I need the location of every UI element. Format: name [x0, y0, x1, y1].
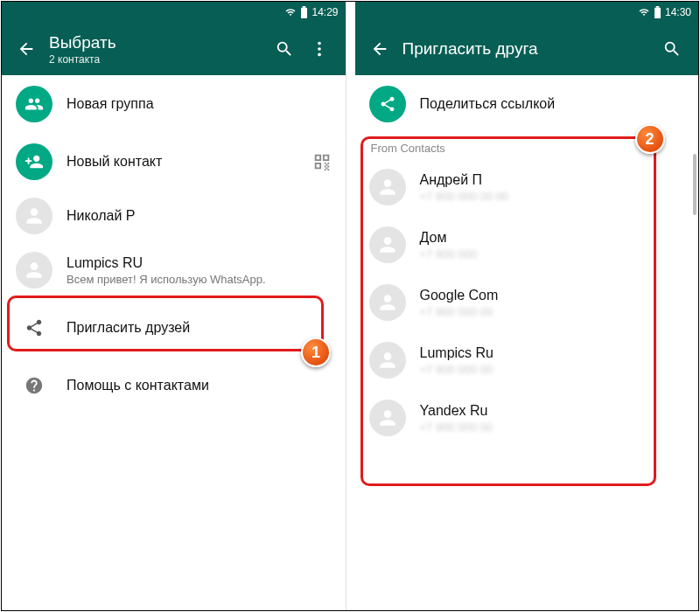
contact-name: Lumpics RU	[66, 255, 332, 271]
svg-point-3	[318, 47, 321, 51]
share-icon	[369, 86, 406, 122]
share-icon	[16, 309, 52, 346]
search-button[interactable]	[267, 39, 302, 59]
group-icon	[16, 86, 52, 122]
svg-point-2	[318, 42, 321, 45]
back-button[interactable]	[364, 39, 396, 59]
menu-button[interactable]	[302, 39, 337, 59]
appbar-title: Выбрать	[49, 33, 267, 52]
person-icon	[16, 198, 52, 234]
screen-invite-friend: 14:30 Пригласить друга Поделиться ссылко…	[355, 2, 699, 610]
battery-icon	[654, 6, 662, 18]
person-icon	[369, 169, 406, 205]
appbar-subtitle: 2 контакта	[49, 53, 267, 66]
svg-rect-6	[656, 6, 660, 8]
contact-row[interactable]: Дом+7 900 000	[355, 216, 699, 274]
invite-friends-row[interactable]: Пригласить друзей	[2, 299, 346, 357]
new-contact-row[interactable]: Новый контакт	[2, 133, 346, 191]
appbar: Выбрать 2 контакта	[2, 23, 346, 75]
appbar-title-block: Выбрать 2 контакта	[42, 33, 267, 66]
contact-phone: +7 900 000 00	[420, 305, 685, 318]
row-label: Новый контакт	[66, 154, 312, 170]
svg-point-4	[318, 53, 321, 57]
row-label: Поделиться ссылкой	[420, 96, 685, 112]
contact-name: Yandex Ru	[420, 403, 685, 419]
row-label: Новая группа	[66, 96, 332, 112]
person-icon	[369, 226, 406, 263]
contact-name: Google Com	[420, 288, 685, 303]
contact-phone: +7 900 000 00	[420, 421, 685, 434]
scrollbar[interactable]	[693, 154, 696, 215]
back-button[interactable]	[10, 39, 42, 59]
appbar-title-block: Пригласить друга	[396, 39, 655, 59]
svg-rect-5	[654, 8, 661, 18]
row-label: Пригласить друзей	[66, 320, 332, 336]
add-person-icon	[16, 143, 52, 180]
screen-select-contact: 14:29 Выбрать 2 контакта Новая груп	[2, 2, 346, 610]
new-group-row[interactable]: Новая группа	[2, 75, 346, 133]
contact-row[interactable]: Николай Р	[2, 191, 346, 241]
contact-phone: +7 900 000	[420, 247, 685, 261]
appbar: Пригласить друга	[355, 23, 699, 75]
annotation-callout: 1	[301, 337, 331, 367]
contact-phone: +7 900 000 00 00	[420, 190, 685, 203]
search-button[interactable]	[654, 39, 690, 59]
contact-row[interactable]: Google Com+7 900 000 00	[355, 274, 699, 331]
annotation-callout: 2	[635, 124, 665, 154]
battery-icon	[300, 6, 308, 18]
contacts-help-row[interactable]: Помощь с контактами	[2, 357, 346, 414]
contact-name: Lumpics Ru	[420, 345, 685, 361]
help-icon	[16, 367, 52, 404]
person-icon	[369, 284, 406, 321]
contact-row[interactable]: Андрей П+7 900 000 00 00	[355, 158, 699, 216]
contact-row[interactable]: Yandex Ru+7 900 000 00	[355, 389, 699, 447]
contact-name: Николай Р	[66, 208, 332, 224]
status-time: 14:29	[312, 6, 338, 18]
person-icon	[369, 342, 406, 379]
content-area: Новая группа Новый контакт Николай Р	[2, 75, 346, 414]
contact-name: Дом	[420, 230, 685, 246]
svg-rect-1	[303, 6, 306, 8]
row-label: Помощь с контактами	[66, 378, 332, 393]
status-bar: 14:30	[355, 2, 699, 23]
svg-rect-0	[301, 8, 307, 18]
contact-status: Всем привет! Я использую WhatsApp.	[66, 273, 332, 286]
person-icon	[369, 400, 406, 436]
qr-icon[interactable]	[312, 152, 332, 171]
wifi-icon	[638, 7, 650, 17]
person-icon	[16, 252, 52, 289]
contact-row[interactable]: Lumpics Ru+7 900 000 00	[355, 331, 699, 389]
contact-name: Андрей П	[420, 172, 685, 188]
wifi-icon	[284, 7, 297, 17]
contact-phone: +7 900 000 00	[420, 363, 685, 376]
status-bar: 14:29	[2, 2, 346, 23]
appbar-title: Пригласить друга	[402, 39, 655, 59]
contact-row[interactable]: Lumpics RU Всем привет! Я использую What…	[2, 241, 346, 299]
content-area: Поделиться ссылкой From Contacts Андрей …	[355, 75, 699, 447]
status-time: 14:30	[665, 6, 691, 18]
